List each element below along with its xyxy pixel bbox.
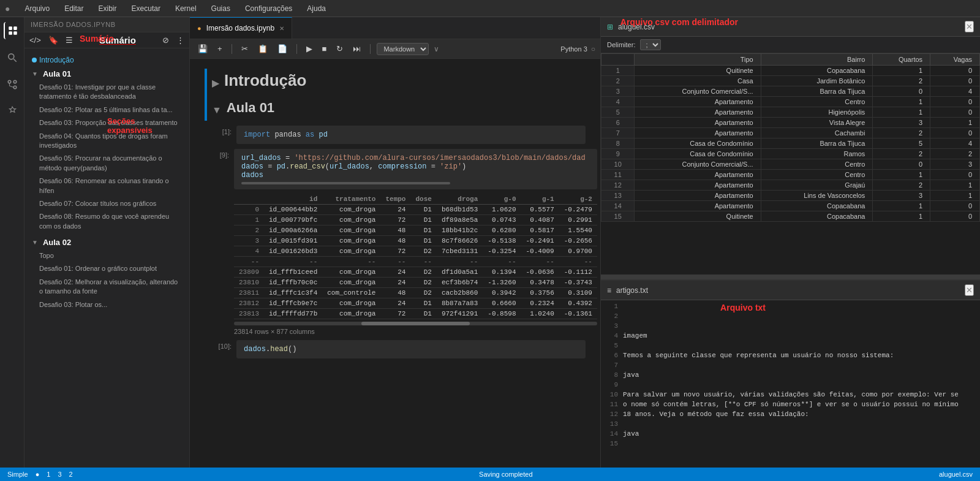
toolbar-right: Python 3 ○	[560, 45, 595, 53]
csv-delimiter-select[interactable]: ; , |	[640, 39, 661, 50]
sidebar-item-introducao[interactable]: Introdução	[24, 53, 189, 67]
menu-configuracoes[interactable]: Configurações	[243, 3, 295, 14]
toolbar-stop-btn[interactable]: ■	[319, 42, 330, 55]
menu-ajuda[interactable]: Ajuda	[304, 3, 328, 14]
csv-cell: 0	[930, 76, 980, 86]
sidebar-section-aula02[interactable]: ▼ Aula 02	[24, 235, 189, 249]
toolbar-next-btn[interactable]: ⏭	[350, 42, 364, 55]
sidebar-item-desafio06[interactable]: Desafio 06: Renomear as colunas tirando …	[24, 175, 189, 197]
sidebar-more-icon[interactable]: ⋮	[176, 36, 184, 45]
sidebar-section-aula01[interactable]: ▼ Aula 01	[24, 67, 189, 81]
toolbar-paste-btn[interactable]: 📄	[274, 42, 290, 55]
csv-cell: Casa de Condomínio	[635, 138, 761, 149]
csv-scrollbar-h[interactable]	[601, 275, 980, 279]
csv-delimiter-toolbar: Delimiter: ; , |	[601, 37, 980, 53]
menu-kernel[interactable]: Kernel	[173, 3, 199, 14]
csv-row-num: 7	[601, 128, 635, 138]
txt-linenum: 14	[601, 430, 623, 440]
csv-table-row: 14ApartamentoCopacabana10	[601, 201, 980, 211]
sidebar-list-icon[interactable]: ☰	[66, 36, 73, 45]
toolbar-copy-btn[interactable]: 📋	[255, 42, 271, 55]
cell-expand-icon[interactable]: ▶	[212, 77, 219, 89]
txt-close-button[interactable]: ✕	[965, 284, 974, 296]
txt-linenum: 12	[601, 411, 623, 420]
cell-type-dropdown[interactable]: Markdown Code Raw	[377, 43, 429, 55]
txt-linenum: 7	[601, 362, 623, 371]
menu-editar[interactable]: Editar	[62, 3, 86, 14]
table-scrollbar-h[interactable]	[234, 322, 597, 325]
txt-line: 4imagem	[601, 332, 980, 342]
toolbar-save-btn[interactable]: 💾	[195, 42, 211, 55]
csv-cell: Quitinete	[635, 66, 761, 76]
svg-rect-1	[13, 26, 17, 30]
sidebar-item-topo[interactable]: Topo	[24, 249, 189, 262]
csv-table-row: 11ApartamentoCentro10	[601, 170, 980, 180]
csv-table-row: 15QuitineteCopacabana10	[601, 211, 980, 222]
statusbar-save-status: Saving completed	[479, 471, 532, 478]
menu-executar[interactable]: Executar	[129, 3, 163, 14]
menu-guias[interactable]: Guias	[209, 3, 233, 14]
sidebar-item-desafio02[interactable]: Desafio 02: Plotar as 5 últimas linhas d…	[24, 104, 189, 116]
code-dados-ref: dados	[241, 171, 263, 180]
svg-rect-2	[9, 31, 12, 35]
csv-cell: Quitinete	[635, 211, 761, 222]
cell-content-10[interactable]: dados.head()	[236, 340, 586, 358]
txt-linenum: 3	[601, 322, 623, 332]
code-eq: =	[285, 154, 290, 162]
cell-content-1[interactable]: import pandas as pd	[236, 126, 586, 144]
activity-search[interactable]	[4, 49, 21, 66]
sidebar-aula01-label: Aula 01	[43, 69, 71, 78]
csv-table-row: 1QuitineteCopacabana10	[601, 66, 980, 76]
toolbar-restart-btn[interactable]: ↻	[333, 42, 346, 55]
txt-linenum: 8	[601, 371, 623, 381]
activity-bar	[0, 17, 24, 468]
col-tratamento: tratamento	[322, 194, 380, 205]
activity-extensions[interactable]	[4, 103, 21, 120]
menu-exibir[interactable]: Exibir	[96, 3, 119, 14]
txt-linetext: Temos a seguinte classe que representa u…	[623, 352, 894, 362]
cell-indicator	[205, 69, 207, 121]
code-zip-str: 'zip'	[440, 162, 462, 171]
statusbar-indicator: ●	[36, 471, 40, 478]
sidebar-item-aula02-desafio01[interactable]: Desafio 01: Ordenar o gráfico countplot	[24, 262, 189, 275]
sidebar-item-desafio07[interactable]: Desafio 07: Colocar títulos nos gráficos	[24, 197, 189, 210]
txt-linenum: 2	[601, 312, 623, 322]
menu-arquivo[interactable]: Arquivo	[22, 3, 52, 14]
csv-cell: Ramos	[761, 149, 873, 159]
toolbar-add-btn[interactable]: +	[214, 42, 225, 55]
cell-content-9[interactable]: url_dados = 'https://github.com/alura-cu…	[234, 149, 597, 335]
sidebar-item-desafio03[interactable]: Desafio 03: Proporção das classes tratam…	[24, 116, 189, 129]
sidebar-item-aula02-desafio03[interactable]: Desafio 03: Plotar os...	[24, 298, 189, 311]
statusbar-file: aluguel.csv	[939, 471, 973, 478]
activity-explorer[interactable]	[4, 22, 21, 39]
sidebar-bookmark-icon[interactable]: 🔖	[48, 36, 58, 45]
activity-source-control[interactable]	[4, 76, 21, 93]
sidebar-item-desafio05[interactable]: Desafio 05: Procurar na documentação o m…	[24, 152, 189, 175]
table-row: 3id_0015fd391com_droga48D18c7f86626-0.51…	[234, 236, 597, 246]
code-head-fn: head	[270, 345, 288, 354]
svg-rect-3	[13, 31, 17, 35]
csv-row-num: 3	[601, 86, 635, 97]
sidebar-panel: IMERSÃO DADOS.IPYNB </> 🔖 ☰ Sumário ⊘ ⋮ …	[24, 17, 190, 468]
col-dose: dose	[410, 194, 436, 205]
notebook-tab-imersao[interactable]: ● Imersão dados.ipynb ✕	[190, 17, 292, 39]
sidebar-filter-icon[interactable]: ⊘	[162, 36, 169, 45]
svg-point-4	[8, 54, 13, 59]
tab-close-button[interactable]: ✕	[279, 25, 284, 32]
notebook-area: ● Imersão dados.ipynb ✕ 💾 + ✂ 📋 📄 ▶ ■ ↻ …	[190, 17, 600, 468]
csv-cell: 1	[930, 118, 980, 128]
sidebar-item-aula02-desafio02[interactable]: Desafio 02: Melhorar a visualização, alt…	[24, 276, 189, 298]
sidebar-code-icon[interactable]: </>	[29, 36, 41, 45]
toolbar-run-btn[interactable]: ▶	[303, 42, 315, 55]
sidebar-item-desafio04[interactable]: Desafio 04: Quantos tipos de drogas fora…	[24, 130, 189, 153]
col-g0: g-0	[483, 194, 521, 205]
csv-close-button[interactable]: ✕	[965, 21, 974, 32]
cell-expand2-icon[interactable]: ▼	[212, 105, 222, 116]
csv-row-num: 8	[601, 138, 635, 149]
sidebar-item-desafio01[interactable]: Desafio 01: Investigar por que a classe …	[24, 81, 189, 104]
csv-data-table: Tipo Bairro Quartos Vagas 1QuitineteCopa…	[601, 53, 980, 222]
sidebar-item-desafio08[interactable]: Desafio 08: Resumo do que você aprendeu …	[24, 210, 189, 233]
toolbar-cut-btn[interactable]: ✂	[238, 42, 251, 55]
csv-table-row: 10Conjunto Comercial/S...Centro03	[601, 159, 980, 170]
csv-cell: 3	[873, 118, 930, 128]
